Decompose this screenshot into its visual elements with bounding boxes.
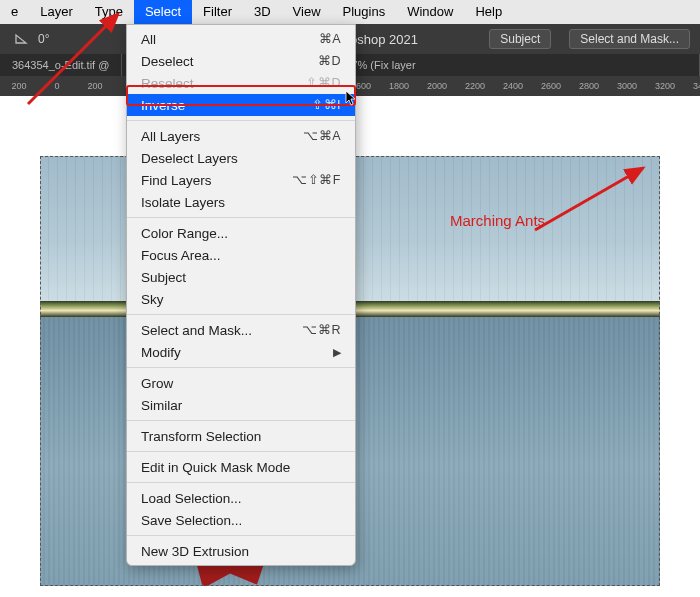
menu-item-shortcut: ⌘D xyxy=(318,53,341,70)
menu-plugins[interactable]: Plugins xyxy=(332,0,397,24)
angle-value[interactable]: 0° xyxy=(38,32,49,46)
menu-item-label: Modify xyxy=(141,344,181,361)
menu-item-label: All Layers xyxy=(141,128,200,145)
annotation-label-marching-ants: Marching Ants xyxy=(450,212,545,229)
ruler-tick: 2400 xyxy=(494,81,532,91)
menu-item-focus-area[interactable]: Focus Area... xyxy=(127,244,355,266)
menu-type[interactable]: Type xyxy=(84,0,134,24)
menu-separator xyxy=(127,420,355,421)
menu-item-similar[interactable]: Similar xyxy=(127,394,355,416)
menu-layer[interactable]: Layer xyxy=(29,0,84,24)
menu-separator xyxy=(127,535,355,536)
menu-item-label: Reselect xyxy=(141,75,194,92)
menu-view[interactable]: View xyxy=(282,0,332,24)
menu-help[interactable]: Help xyxy=(464,0,513,24)
cursor-icon xyxy=(345,90,359,110)
menu-item-select-and-mask[interactable]: Select and Mask...⌥⌘R xyxy=(127,319,355,341)
menu-item-shortcut: ⇧⌘I xyxy=(312,97,341,114)
ruler-tick: 3400 xyxy=(684,81,700,91)
menu-item-label: Deselect xyxy=(141,53,194,70)
ruler-tick: 1800 xyxy=(380,81,418,91)
menu-item-isolate-layers[interactable]: Isolate Layers xyxy=(127,191,355,213)
ruler-tick: 0 xyxy=(38,81,76,91)
menu-item-find-layers[interactable]: Find Layers⌥⇧⌘F xyxy=(127,169,355,191)
menu-item-label: Find Layers xyxy=(141,172,212,189)
menu-item-color-range[interactable]: Color Range... xyxy=(127,222,355,244)
menu-separator xyxy=(127,217,355,218)
menu-item-subject[interactable]: Subject xyxy=(127,266,355,288)
select-and-mask-button[interactable]: Select and Mask... xyxy=(569,29,690,49)
submenu-arrow-icon: ▶ xyxy=(333,344,342,361)
menu-item-inverse[interactable]: Inverse⇧⌘I xyxy=(127,94,355,116)
menu-item-label: Focus Area... xyxy=(141,247,221,264)
menu-filter[interactable]: Filter xyxy=(192,0,243,24)
subject-button[interactable]: Subject xyxy=(489,29,551,49)
document-tab-1[interactable]: 364354_o-Edit.tif @ xyxy=(0,54,122,76)
angle-icon xyxy=(14,30,30,49)
menu-item-label: Color Range... xyxy=(141,225,228,242)
menu-item-label: Transform Selection xyxy=(141,428,261,445)
ruler-tick: 3200 xyxy=(646,81,684,91)
menu-item-transform-selection[interactable]: Transform Selection xyxy=(127,425,355,447)
ruler-tick: 200 xyxy=(76,81,114,91)
menu-item-all[interactable]: All⌘A xyxy=(127,28,355,50)
menu-item-reselect: Reselect⇧⌘D xyxy=(127,72,355,94)
menu-item-label: Sky xyxy=(141,291,164,308)
menu-item-deselect[interactable]: Deselect⌘D xyxy=(127,50,355,72)
menu-item-label: Load Selection... xyxy=(141,490,242,507)
menu-item-shortcut: ⌥⌘A xyxy=(303,128,341,145)
menu-item-label: Edit in Quick Mask Mode xyxy=(141,459,290,476)
menu-item-label: Isolate Layers xyxy=(141,194,225,211)
menu-item-deselect-layers[interactable]: Deselect Layers xyxy=(127,147,355,169)
menu-separator xyxy=(127,314,355,315)
menu-item-all-layers[interactable]: All Layers⌥⌘A xyxy=(127,125,355,147)
menu-item-shortcut: ⇧⌘D xyxy=(306,75,341,92)
menu-item-new-3d-extrusion[interactable]: New 3D Extrusion xyxy=(127,540,355,562)
menu-item-edit-in-quick-mask-mode[interactable]: Edit in Quick Mask Mode xyxy=(127,456,355,478)
os-menubar[interactable]: e Layer Type Select Filter 3D View Plugi… xyxy=(0,0,700,24)
ruler-tick: 3000 xyxy=(608,81,646,91)
menu-window[interactable]: Window xyxy=(396,0,464,24)
ruler-tick: 200 xyxy=(0,81,38,91)
select-menu-dropdown[interactable]: All⌘ADeselect⌘DReselect⇧⌘DInverse⇧⌘IAll … xyxy=(126,24,356,566)
menu-item-save-selection[interactable]: Save Selection... xyxy=(127,509,355,531)
menu-item-label: New 3D Extrusion xyxy=(141,543,249,560)
ruler-tick: 2000 xyxy=(418,81,456,91)
menu-item-label: Deselect Layers xyxy=(141,150,238,167)
menu-item-shortcut: ⌥⌘R xyxy=(302,322,341,339)
ruler-tick: 2200 xyxy=(456,81,494,91)
menu-item-shortcut: ⌘A xyxy=(319,31,341,48)
ruler-tick: 2800 xyxy=(570,81,608,91)
menu-item-shortcut: ⌥⇧⌘F xyxy=(292,172,341,189)
menu-separator xyxy=(127,482,355,483)
menu-select[interactable]: Select xyxy=(134,0,192,24)
menu-item-label: Subject xyxy=(141,269,186,286)
menu-item-label: Inverse xyxy=(141,97,185,114)
menu-item-label: All xyxy=(141,31,156,48)
document-tab-1-label: 364354_o-Edit.tif @ xyxy=(12,59,109,71)
menu-item-load-selection[interactable]: Load Selection... xyxy=(127,487,355,509)
menu-e[interactable]: e xyxy=(0,0,29,24)
menu-item-label: Select and Mask... xyxy=(141,322,252,339)
menu-separator xyxy=(127,120,355,121)
ruler-tick: 2600 xyxy=(532,81,570,91)
menu-item-label: Similar xyxy=(141,397,182,414)
menu-separator xyxy=(127,367,355,368)
menu-item-label: Grow xyxy=(141,375,173,392)
menu-separator xyxy=(127,451,355,452)
menu-item-modify[interactable]: Modify▶ xyxy=(127,341,355,363)
menu-item-grow[interactable]: Grow xyxy=(127,372,355,394)
menu-item-sky[interactable]: Sky xyxy=(127,288,355,310)
menu-item-label: Save Selection... xyxy=(141,512,242,529)
menu-3d[interactable]: 3D xyxy=(243,0,282,24)
